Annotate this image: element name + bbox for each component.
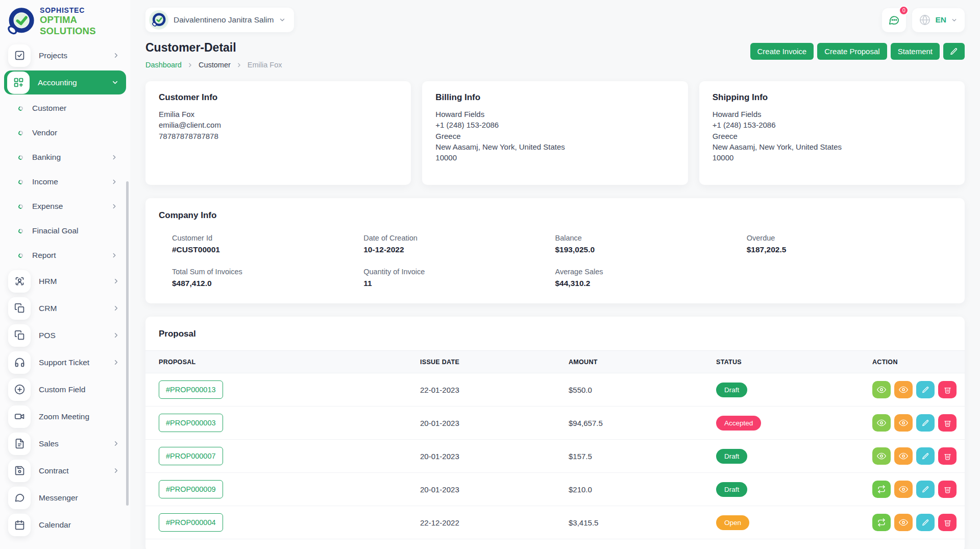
proposal-link[interactable]: #PROP000009 <box>159 480 223 498</box>
edit-button[interactable] <box>916 447 935 465</box>
shipping-phone: +1 (248) 153-2086 <box>713 120 951 130</box>
issue-date: 20-01-2023 <box>420 419 569 427</box>
edit-button[interactable] <box>916 481 935 498</box>
sidebar-item-label: Zoom Meeting <box>39 412 89 421</box>
breadcrumb-dashboard[interactable]: Dashboard <box>145 61 182 69</box>
user-menu[interactable]: Daivalentineno Janitra Salim <box>145 8 294 32</box>
create-invoice-button[interactable]: Create Invoice <box>750 43 814 60</box>
field-value: $487,412.0 <box>172 279 363 288</box>
sidebar-item-messenger[interactable]: Messenger <box>4 484 126 511</box>
sidebar-item-label: Vendor <box>32 128 57 137</box>
video-camera-icon <box>8 405 31 428</box>
sidebar-item-banking[interactable]: Banking <box>4 145 126 170</box>
create-proposal-button[interactable]: Create Proposal <box>817 43 887 60</box>
preview-button[interactable] <box>872 447 891 465</box>
edit-button[interactable] <box>916 414 935 432</box>
delete-button[interactable] <box>938 414 957 432</box>
sidebar-item-label: Income <box>32 177 58 186</box>
delete-button[interactable] <box>938 381 957 398</box>
field-value: $44,310.2 <box>555 279 747 288</box>
view-button[interactable] <box>894 414 913 432</box>
proposal-link[interactable]: #PROP000007 <box>159 447 223 465</box>
eye-icon <box>877 385 886 394</box>
proposal-link[interactable]: #PROP000004 <box>159 513 223 532</box>
sidebar-item-accounting[interactable]: Accounting <box>4 70 126 94</box>
language-selector[interactable]: EN <box>912 8 965 32</box>
sidebar-item-label: Messenger <box>39 493 78 503</box>
sidebar-item-projects[interactable]: Projects <box>4 42 126 69</box>
pencil-icon <box>922 519 929 527</box>
customer-info-lines: Emilia Fox emilia@client.com 78787878787… <box>159 109 398 141</box>
chat-button[interactable]: 0 <box>882 8 906 32</box>
edit-button[interactable] <box>916 514 935 531</box>
sidebar-item-label: Customer <box>32 104 66 113</box>
sidebar-item-expense[interactable]: Expense <box>4 194 126 219</box>
sidebar-item-support-ticket[interactable]: Support Ticket <box>4 349 126 376</box>
customer-email: emilia@client.com <box>159 120 398 130</box>
view-button[interactable] <box>894 481 913 498</box>
calendar-icon <box>8 514 31 536</box>
sidebar-item-hrm[interactable]: HRM <box>4 268 126 295</box>
sidebar-item-income[interactable]: Income <box>4 170 126 194</box>
page-header: Customer-Detail Dashboard Customer Emili… <box>145 41 965 69</box>
convert-to-invoice-button[interactable] <box>872 514 891 531</box>
view-button[interactable] <box>894 447 913 465</box>
chevron-right-icon <box>112 304 120 312</box>
field-total-sum-invoices: Total Sum of Invoices $487,412.0 <box>172 268 363 288</box>
field-overdue: Overdue $187,202.5 <box>747 234 938 254</box>
sidebar-item-customer[interactable]: Customer <box>4 96 126 121</box>
column-header-amount: AMOUNT <box>569 359 716 366</box>
table-row: #PROP000004 22-12-2022 $3,415.5 Open <box>145 506 965 539</box>
statement-button[interactable]: Statement <box>891 43 940 60</box>
sidebar-item-sales[interactable]: Sales <box>4 430 126 457</box>
eye-icon <box>899 418 908 427</box>
pencil-icon <box>922 486 929 493</box>
bullet-icon <box>18 252 24 258</box>
proposal-link[interactable]: #PROP000003 <box>159 414 223 432</box>
shipping-name: Howard Fields <box>713 109 951 120</box>
breadcrumb-customer[interactable]: Customer <box>199 61 231 69</box>
sidebar-item-label: POS <box>39 331 56 340</box>
column-header-action: ACTION <box>872 359 951 366</box>
convert-to-invoice-button[interactable] <box>872 481 891 498</box>
sidebar-item-crm[interactable]: CRM <box>4 295 126 322</box>
sidebar-item-zoom-meeting[interactable]: Zoom Meeting <box>4 403 126 430</box>
trash-icon <box>944 452 951 460</box>
trash-icon <box>944 486 951 493</box>
delete-button[interactable] <box>938 447 957 465</box>
sidebar-item-calendar[interactable]: Calendar <box>4 511 126 538</box>
sidebar-item-vendor[interactable]: Vendor <box>4 121 126 145</box>
sidebar-item-pos[interactable]: POS <box>4 322 126 349</box>
preview-button[interactable] <box>872 414 891 432</box>
proposal-link[interactable]: #PROP000013 <box>159 380 223 399</box>
edit-button[interactable] <box>916 381 935 398</box>
sidebar-item-report[interactable]: Report <box>4 243 126 268</box>
sidebar-item-label: Banking <box>32 153 61 162</box>
repeat-arrows-icon <box>877 518 886 527</box>
sidebar-item-label: Sales <box>39 439 59 448</box>
view-button[interactable] <box>894 514 913 531</box>
view-button[interactable] <box>894 381 913 398</box>
headphones-icon <box>8 351 31 374</box>
preview-button[interactable] <box>872 381 891 398</box>
amount: $157.5 <box>569 452 716 461</box>
brand-logo[interactable]: SOPHISTEC OPTIMA SOLUTIONS <box>0 0 130 40</box>
sidebar-scrollbar[interactable] <box>126 181 129 506</box>
amount: $550.0 <box>569 386 716 394</box>
delete-button[interactable] <box>938 514 957 531</box>
sidebar-item-contract[interactable]: Contract <box>4 457 126 484</box>
info-cards: Customer Info Emilia Fox emilia@client.c… <box>145 81 965 185</box>
field-balance: Balance $193,025.0 <box>555 234 747 254</box>
sidebar-item-finacial-goal[interactable]: Finacial Goal <box>4 219 126 243</box>
delete-button[interactable] <box>938 481 957 498</box>
sidebar-item-label: HRM <box>39 277 57 286</box>
sidebar-item-custom-field[interactable]: Custom Field <box>4 376 126 403</box>
sidebar-item-label: CRM <box>39 304 57 313</box>
billing-country: Greece <box>435 131 674 141</box>
status-badge: Draft <box>716 482 747 497</box>
column-header-status: STATUS <box>716 359 872 366</box>
sidebar-menu: Projects Accounting Customer Vendor Bank… <box>0 40 130 538</box>
row-actions <box>872 381 957 398</box>
chevron-right-icon <box>236 62 242 68</box>
edit-customer-button[interactable] <box>943 43 965 60</box>
